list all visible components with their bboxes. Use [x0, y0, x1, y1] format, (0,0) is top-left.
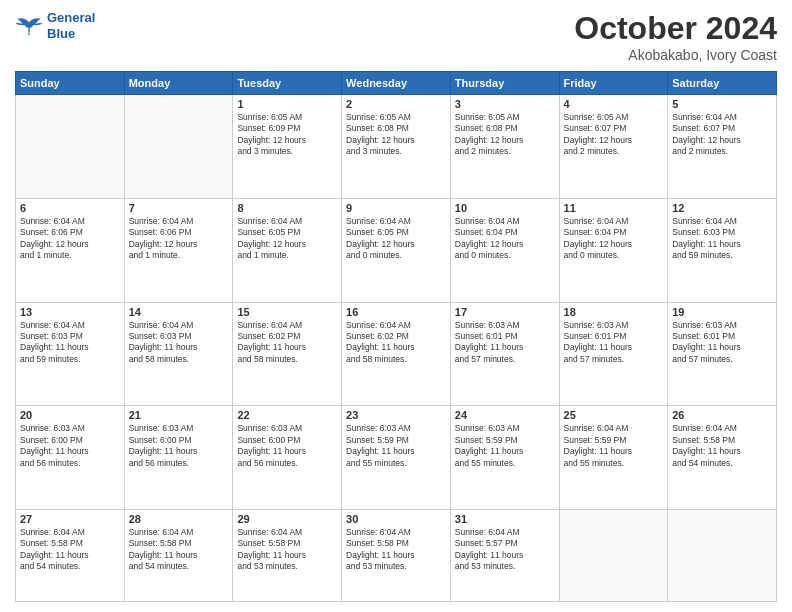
day-number: 23	[346, 409, 446, 421]
weekday-header-row: SundayMondayTuesdayWednesdayThursdayFrid…	[16, 72, 777, 95]
logo-text: General Blue	[47, 10, 95, 41]
calendar-cell: 27Sunrise: 6:04 AM Sunset: 5:58 PM Dayli…	[16, 510, 125, 602]
calendar-cell: 24Sunrise: 6:03 AM Sunset: 5:59 PM Dayli…	[450, 406, 559, 510]
day-info: Sunrise: 6:05 AM Sunset: 6:08 PM Dayligh…	[455, 112, 555, 158]
day-number: 31	[455, 513, 555, 525]
day-info: Sunrise: 6:04 AM Sunset: 5:58 PM Dayligh…	[237, 527, 337, 573]
day-info: Sunrise: 6:03 AM Sunset: 6:00 PM Dayligh…	[237, 423, 337, 469]
calendar-cell: 28Sunrise: 6:04 AM Sunset: 5:58 PM Dayli…	[124, 510, 233, 602]
day-info: Sunrise: 6:04 AM Sunset: 6:06 PM Dayligh…	[20, 216, 120, 262]
weekday-header-saturday: Saturday	[668, 72, 777, 95]
calendar-cell: 7Sunrise: 6:04 AM Sunset: 6:06 PM Daylig…	[124, 198, 233, 302]
day-info: Sunrise: 6:04 AM Sunset: 6:02 PM Dayligh…	[237, 320, 337, 366]
calendar-table: SundayMondayTuesdayWednesdayThursdayFrid…	[15, 71, 777, 602]
day-info: Sunrise: 6:03 AM Sunset: 6:01 PM Dayligh…	[672, 320, 772, 366]
day-info: Sunrise: 6:05 AM Sunset: 6:08 PM Dayligh…	[346, 112, 446, 158]
day-number: 27	[20, 513, 120, 525]
page-container: General Blue October 2024 Akobakabo, Ivo…	[0, 0, 792, 612]
calendar-cell: 10Sunrise: 6:04 AM Sunset: 6:04 PM Dayli…	[450, 198, 559, 302]
day-number: 9	[346, 202, 446, 214]
calendar-cell: 3Sunrise: 6:05 AM Sunset: 6:08 PM Daylig…	[450, 95, 559, 199]
day-info: Sunrise: 6:03 AM Sunset: 6:00 PM Dayligh…	[129, 423, 229, 469]
day-info: Sunrise: 6:03 AM Sunset: 5:59 PM Dayligh…	[346, 423, 446, 469]
day-number: 16	[346, 306, 446, 318]
day-info: Sunrise: 6:04 AM Sunset: 5:58 PM Dayligh…	[129, 527, 229, 573]
location: Akobakabo, Ivory Coast	[574, 47, 777, 63]
day-info: Sunrise: 6:04 AM Sunset: 5:57 PM Dayligh…	[455, 527, 555, 573]
day-number: 3	[455, 98, 555, 110]
calendar-cell: 25Sunrise: 6:04 AM Sunset: 5:59 PM Dayli…	[559, 406, 668, 510]
calendar-cell: 26Sunrise: 6:04 AM Sunset: 5:58 PM Dayli…	[668, 406, 777, 510]
day-number: 25	[564, 409, 664, 421]
day-info: Sunrise: 6:04 AM Sunset: 6:07 PM Dayligh…	[672, 112, 772, 158]
day-number: 19	[672, 306, 772, 318]
day-info: Sunrise: 6:04 AM Sunset: 6:06 PM Dayligh…	[129, 216, 229, 262]
calendar-week-row: 13Sunrise: 6:04 AM Sunset: 6:03 PM Dayli…	[16, 302, 777, 406]
day-number: 10	[455, 202, 555, 214]
calendar-cell: 23Sunrise: 6:03 AM Sunset: 5:59 PM Dayli…	[342, 406, 451, 510]
calendar-cell: 9Sunrise: 6:04 AM Sunset: 6:05 PM Daylig…	[342, 198, 451, 302]
day-number: 12	[672, 202, 772, 214]
day-info: Sunrise: 6:04 AM Sunset: 6:05 PM Dayligh…	[346, 216, 446, 262]
day-info: Sunrise: 6:04 AM Sunset: 5:58 PM Dayligh…	[20, 527, 120, 573]
calendar-cell	[124, 95, 233, 199]
day-number: 24	[455, 409, 555, 421]
calendar-cell	[559, 510, 668, 602]
calendar-cell	[16, 95, 125, 199]
day-number: 30	[346, 513, 446, 525]
calendar-week-row: 6Sunrise: 6:04 AM Sunset: 6:06 PM Daylig…	[16, 198, 777, 302]
logo: General Blue	[15, 10, 95, 41]
calendar-cell	[668, 510, 777, 602]
day-number: 20	[20, 409, 120, 421]
title-block: October 2024 Akobakabo, Ivory Coast	[574, 10, 777, 63]
weekday-header-monday: Monday	[124, 72, 233, 95]
calendar-cell: 4Sunrise: 6:05 AM Sunset: 6:07 PM Daylig…	[559, 95, 668, 199]
calendar-cell: 13Sunrise: 6:04 AM Sunset: 6:03 PM Dayli…	[16, 302, 125, 406]
calendar-week-row: 20Sunrise: 6:03 AM Sunset: 6:00 PM Dayli…	[16, 406, 777, 510]
calendar-cell: 17Sunrise: 6:03 AM Sunset: 6:01 PM Dayli…	[450, 302, 559, 406]
calendar-cell: 30Sunrise: 6:04 AM Sunset: 5:58 PM Dayli…	[342, 510, 451, 602]
calendar-cell: 5Sunrise: 6:04 AM Sunset: 6:07 PM Daylig…	[668, 95, 777, 199]
day-number: 28	[129, 513, 229, 525]
calendar-week-row: 27Sunrise: 6:04 AM Sunset: 5:58 PM Dayli…	[16, 510, 777, 602]
day-info: Sunrise: 6:04 AM Sunset: 6:05 PM Dayligh…	[237, 216, 337, 262]
month-title: October 2024	[574, 10, 777, 47]
calendar-week-row: 1Sunrise: 6:05 AM Sunset: 6:09 PM Daylig…	[16, 95, 777, 199]
day-number: 26	[672, 409, 772, 421]
day-info: Sunrise: 6:03 AM Sunset: 5:59 PM Dayligh…	[455, 423, 555, 469]
calendar-cell: 2Sunrise: 6:05 AM Sunset: 6:08 PM Daylig…	[342, 95, 451, 199]
day-number: 11	[564, 202, 664, 214]
day-info: Sunrise: 6:03 AM Sunset: 6:00 PM Dayligh…	[20, 423, 120, 469]
weekday-header-thursday: Thursday	[450, 72, 559, 95]
day-number: 2	[346, 98, 446, 110]
day-number: 14	[129, 306, 229, 318]
day-number: 29	[237, 513, 337, 525]
day-info: Sunrise: 6:04 AM Sunset: 5:58 PM Dayligh…	[672, 423, 772, 469]
logo-icon	[15, 15, 43, 37]
day-number: 18	[564, 306, 664, 318]
day-info: Sunrise: 6:05 AM Sunset: 6:07 PM Dayligh…	[564, 112, 664, 158]
header: General Blue October 2024 Akobakabo, Ivo…	[15, 10, 777, 63]
day-number: 22	[237, 409, 337, 421]
weekday-header-tuesday: Tuesday	[233, 72, 342, 95]
day-info: Sunrise: 6:03 AM Sunset: 6:01 PM Dayligh…	[455, 320, 555, 366]
calendar-cell: 1Sunrise: 6:05 AM Sunset: 6:09 PM Daylig…	[233, 95, 342, 199]
day-number: 5	[672, 98, 772, 110]
day-number: 15	[237, 306, 337, 318]
calendar-cell: 8Sunrise: 6:04 AM Sunset: 6:05 PM Daylig…	[233, 198, 342, 302]
calendar-cell: 14Sunrise: 6:04 AM Sunset: 6:03 PM Dayli…	[124, 302, 233, 406]
day-number: 1	[237, 98, 337, 110]
calendar-cell: 20Sunrise: 6:03 AM Sunset: 6:00 PM Dayli…	[16, 406, 125, 510]
calendar-cell: 29Sunrise: 6:04 AM Sunset: 5:58 PM Dayli…	[233, 510, 342, 602]
logo-line2: Blue	[47, 26, 75, 41]
day-info: Sunrise: 6:04 AM Sunset: 6:03 PM Dayligh…	[672, 216, 772, 262]
day-number: 8	[237, 202, 337, 214]
calendar-cell: 18Sunrise: 6:03 AM Sunset: 6:01 PM Dayli…	[559, 302, 668, 406]
calendar-cell: 6Sunrise: 6:04 AM Sunset: 6:06 PM Daylig…	[16, 198, 125, 302]
day-info: Sunrise: 6:04 AM Sunset: 5:59 PM Dayligh…	[564, 423, 664, 469]
day-info: Sunrise: 6:04 AM Sunset: 6:03 PM Dayligh…	[20, 320, 120, 366]
day-info: Sunrise: 6:04 AM Sunset: 6:04 PM Dayligh…	[455, 216, 555, 262]
day-info: Sunrise: 6:05 AM Sunset: 6:09 PM Dayligh…	[237, 112, 337, 158]
day-number: 21	[129, 409, 229, 421]
day-number: 4	[564, 98, 664, 110]
